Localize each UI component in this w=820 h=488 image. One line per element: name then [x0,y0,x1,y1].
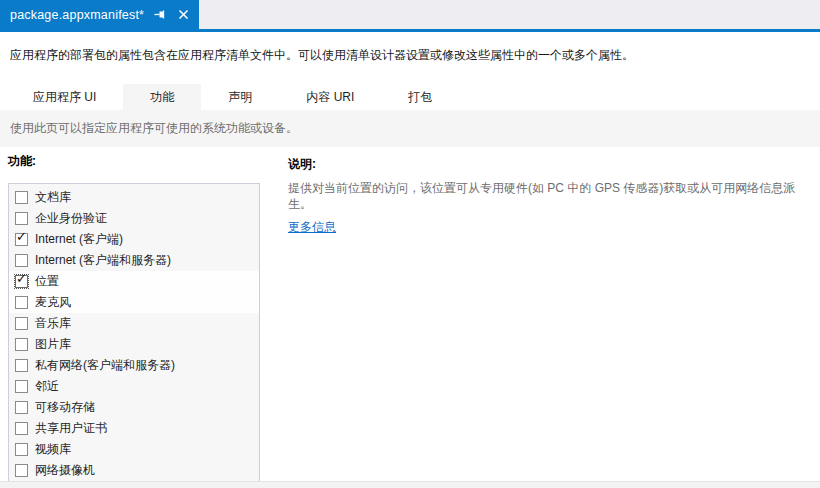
capability-checkbox[interactable]: ✓ [15,317,28,330]
capability-checkbox[interactable]: ✓ [15,359,28,372]
document-tab-bar: package.appxmanifest* [0,0,820,29]
capability-label: 文档库 [35,189,71,206]
manifest-tab-strip: 应用程序 UI功能声明内容 URI打包 [6,84,459,110]
capability-row[interactable]: ✓Internet (客户端和服务器) [9,250,259,271]
capability-label: 视频库 [35,441,71,458]
capability-checkbox[interactable]: ✓ [15,275,28,288]
capability-row[interactable]: ✓共享用户证书 [9,418,259,439]
capability-checkbox[interactable]: ✓ [15,254,28,267]
capability-checkbox[interactable]: ✓ [15,296,28,309]
tab-4[interactable]: 内容 URI [279,84,381,110]
horizontal-scrollbar-track[interactable] [0,481,820,488]
document-tab[interactable]: package.appxmanifest* [0,0,199,29]
capabilities-list[interactable]: ✓文档库✓企业身份验证✓Internet (客户端)✓Internet (客户端… [8,183,260,482]
checkmark-icon: ✓ [16,272,27,285]
capability-label: 麦克风 [35,294,71,311]
page-hint-band: 使用此页可以指定应用程序可使用的系统功能或设备。 [0,110,820,147]
capability-checkbox[interactable]: ✓ [15,380,28,393]
tab-5[interactable]: 打包 [381,84,459,110]
checkmark-icon: ✓ [16,230,27,243]
pin-icon[interactable] [153,8,167,22]
tab-2[interactable]: 功能 [123,84,201,110]
capability-checkbox[interactable]: ✓ [15,233,28,246]
capability-label: 私有网络(客户端和服务器) [35,357,175,374]
capability-row[interactable]: ✓可移动存储 [9,397,259,418]
capability-checkbox[interactable]: ✓ [15,422,28,435]
capability-label: 可移动存储 [35,399,95,416]
capability-row[interactable]: ✓企业身份验证 [9,208,259,229]
capability-checkbox[interactable]: ✓ [15,212,28,225]
capability-label: 位置 [35,273,59,290]
description-title: 说明: [288,156,813,173]
capability-row[interactable]: ✓麦克风 [9,292,259,313]
close-icon[interactable] [176,8,190,22]
capability-label: 图片库 [35,336,71,353]
capability-label: Internet (客户端) [35,231,123,248]
capability-label: 企业身份验证 [35,210,107,227]
capability-row[interactable]: ✓文档库 [9,187,259,208]
more-info-link[interactable]: 更多信息 [288,219,336,236]
capability-row[interactable]: ✓视频库 [9,439,259,460]
capability-row[interactable]: ✓位置 [9,271,259,292]
document-tab-title: package.appxmanifest* [10,8,144,22]
tab-1[interactable]: 应用程序 UI [6,84,123,110]
capability-label: 共享用户证书 [35,420,107,437]
description-text: 提供对当前位置的访问，该位置可从专用硬件(如 PC 中的 GPS 传感器)获取或… [288,180,813,212]
capability-label: 邻近 [35,378,59,395]
capability-checkbox[interactable]: ✓ [15,338,28,351]
page-hint-text: 使用此页可以指定应用程序可使用的系统功能或设备。 [10,110,298,147]
capability-row[interactable]: ✓邻近 [9,376,259,397]
capability-checkbox[interactable]: ✓ [15,464,28,477]
capability-row[interactable]: ✓Internet (客户端) [9,229,259,250]
capability-row[interactable]: ✓网络摄像机 [9,460,259,481]
capability-row[interactable]: ✓私有网络(客户端和服务器) [9,355,259,376]
capability-checkbox[interactable]: ✓ [15,191,28,204]
capability-label: 网络摄像机 [35,462,95,479]
manifest-intro-text: 应用程序的部署包的属性包含在应用程序清单文件中。可以使用清单设计器设置或修改这些… [10,47,800,63]
capability-checkbox[interactable]: ✓ [15,401,28,414]
capability-checkbox[interactable]: ✓ [15,443,28,456]
description-panel: 说明: 提供对当前位置的访问，该位置可从专用硬件(如 PC 中的 GPS 传感器… [288,156,813,236]
capability-row[interactable]: ✓音乐库 [9,313,259,334]
capabilities-label: 功能: [8,153,36,170]
capability-row[interactable]: ✓图片库 [9,334,259,355]
tab-3[interactable]: 声明 [201,84,279,110]
accent-divider [0,29,820,32]
capability-label: Internet (客户端和服务器) [35,252,171,269]
capability-label: 音乐库 [35,315,71,332]
